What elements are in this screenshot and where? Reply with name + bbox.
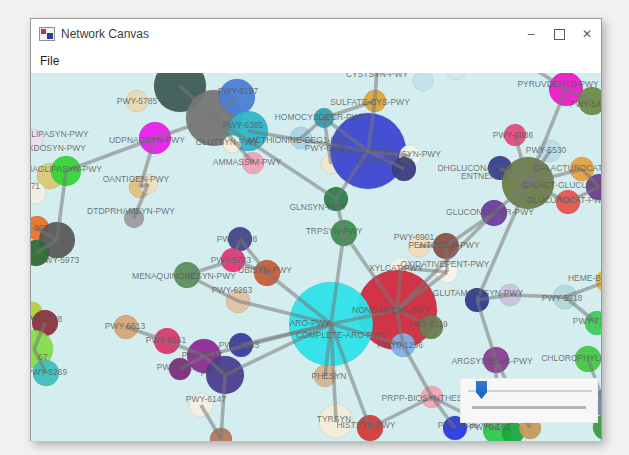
node-label: PWY-5973 — [39, 255, 80, 265]
node-label: PWY-6613 — [105, 321, 146, 331]
titlebar: Network Canvas – ✕ — [31, 19, 601, 49]
node-label: ARO-PWY — [290, 318, 331, 328]
winforms-form-icon — [39, 27, 55, 41]
graph-edge — [477, 183, 528, 300]
node-label: OXIDATIVEPENT-PWY — [400, 259, 489, 269]
node-label: PWY-5918 — [542, 293, 583, 303]
node-label: PWY-5783 — [211, 255, 252, 265]
node-label: GLYSYN-PWY — [357, 156, 413, 166]
slider-panel — [460, 378, 598, 423]
window-controls: – ✕ — [517, 19, 601, 49]
node-label: MENAQUINONESYN-PWY — [132, 271, 236, 281]
window-title: Network Canvas — [61, 27, 517, 41]
node-label: DTDPRHAMSYN-PWY — [87, 206, 175, 216]
app-window: Network Canvas – ✕ File PWY-6197PWY-6385… — [30, 18, 602, 441]
node-label: PWY0-1296 — [377, 340, 423, 350]
node-label: GALACTUROCAT-PWY — [534, 163, 602, 173]
node-label: GLUCUROCAT-PWY — [527, 195, 601, 205]
secondary-slider-track[interactable] — [472, 406, 586, 409]
node-label: LIPASYN-PWY — [31, 129, 89, 139]
menubar: File — [31, 49, 601, 73]
node-label: PWY-6619 — [157, 362, 198, 372]
node-label: 0-862 — [31, 223, 48, 233]
zoom-slider-thumb[interactable] — [476, 381, 487, 399]
node-label: 67 — [38, 352, 48, 362]
network-canvas[interactable]: PWY-6197PWY-6385PWY-5785UDPNAGSYN-PWYLIP… — [31, 73, 601, 441]
maximize-button[interactable] — [545, 19, 573, 49]
node-label: GLUCONSUPER-PWY — [446, 207, 534, 217]
node-label: PWY-6612 — [201, 368, 242, 378]
node-label: PYRUVDEHYD-PWY — [517, 79, 599, 89]
graph-node[interactable] — [447, 73, 465, 80]
close-icon: ✕ — [582, 27, 592, 41]
node-label: PWY-6263 — [212, 285, 253, 295]
node-label: UDPNAGSYN-PWY — [109, 135, 185, 145]
node-label: GLNSYN-PWY — [289, 202, 346, 212]
minimize-icon: – — [528, 27, 535, 41]
graph-edge — [403, 345, 432, 397]
node-label: ARGSYNBSUB-PWY — [451, 356, 533, 366]
node-label: PWY-5436 — [570, 99, 601, 109]
node-label: PWY-6197 — [218, 86, 259, 96]
close-button[interactable]: ✕ — [573, 19, 601, 49]
node-label: TRPSYN-PWY — [306, 226, 363, 236]
node-label: CHLOROPHYLL-SYN — [541, 353, 601, 363]
node-label: PWY-5530 — [526, 145, 567, 155]
node-label: OANTIGEN-PWY — [103, 174, 170, 184]
node-label: SULFATE-CYS-PWY — [330, 97, 410, 107]
node-label: GLUTAMATESYN-PWY — [433, 288, 524, 298]
node-label: CYSTSYN-PWY — [346, 73, 409, 79]
node-label: PWY-7159 — [573, 316, 601, 326]
node-label: PWY-5269 — [31, 367, 67, 377]
node-label: PWY-6708 — [217, 234, 258, 244]
node-label: HEME-BIO — [568, 273, 601, 283]
node-label: ENTNER- — [461, 171, 499, 181]
node-label: UBISYN-PWY — [238, 265, 292, 275]
graph-node[interactable] — [413, 73, 433, 91]
node-label: PRPP-BIOSYNTHESIS — [382, 393, 471, 403]
node-label: AMMASSIM-PWY — [213, 157, 282, 167]
node-label: HOMOCYSDEGR-PWY — [275, 112, 366, 122]
maximize-icon — [554, 29, 565, 40]
node-label: GLUTSYN-PWY — [196, 137, 259, 147]
node-label: PWY-6617 — [182, 350, 223, 360]
node-label: PWY-6147 — [186, 394, 227, 404]
minimize-button[interactable]: – — [517, 19, 545, 49]
node-label: NONOXIPENT-PWY — [352, 305, 430, 315]
node-label: COMPLETE-ARO-PWY — [296, 330, 387, 340]
node-label: 971 — [31, 181, 40, 191]
node-label: NAGLIPASYN-PWY — [31, 164, 102, 174]
node-label: HISTSYN-PWY — [336, 420, 395, 430]
node-label: PENTOSE-P-PWY — [408, 240, 479, 250]
node-label: PWY-6886 — [493, 130, 534, 140]
menu-item-file[interactable]: File — [31, 52, 68, 70]
node-label: PWY-5868 — [31, 314, 62, 324]
node-label: PWY-6543 — [219, 340, 260, 350]
node-label: PHESYN — [312, 371, 347, 381]
node-label: PWY-6151 — [146, 335, 187, 345]
node-label: KDOSYN-PWY — [31, 143, 86, 153]
node-label: PWY-5785 — [117, 96, 158, 106]
node-label: PWY-6119 — [408, 319, 448, 329]
node-label: PWY0-162 — [469, 422, 510, 432]
node-label: PWY-6385 — [223, 120, 264, 130]
node-label: GALACT-GLUCUROCAT-PWY — [522, 180, 601, 190]
